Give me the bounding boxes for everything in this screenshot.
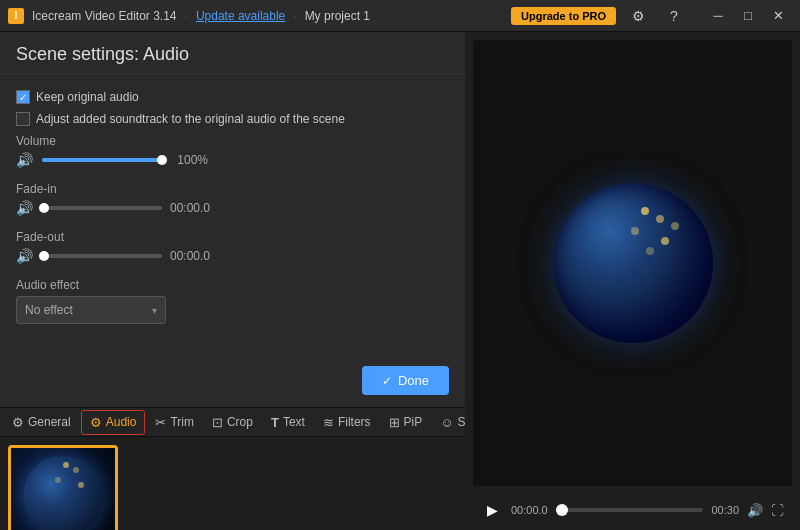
- fullscreen-button[interactable]: ⛶: [771, 503, 784, 518]
- settings-content: ✓ Keep original audio Adjust added sound…: [0, 74, 465, 354]
- fade-in-label: Fade-in: [16, 182, 449, 196]
- volume-thumb: [157, 155, 167, 165]
- volume-value: 100%: [170, 153, 208, 167]
- right-panel: ▶ 00:00.0 00:30 🔊 ⛶: [465, 32, 800, 530]
- fade-in-slider-row: 🔊 00:00.0: [16, 200, 449, 216]
- audio-effect-dropdown[interactable]: No effect ▾: [16, 296, 166, 324]
- keep-original-audio-label: Keep original audio: [36, 90, 139, 104]
- project-name: My project 1: [305, 9, 370, 23]
- toolbar-trim[interactable]: ✂ Trim: [147, 411, 202, 434]
- volume-slider-row: 🔊 100%: [16, 152, 449, 168]
- audio-icon: ⚙: [90, 415, 102, 430]
- trim-icon: ✂: [155, 415, 166, 430]
- toolbar-pip[interactable]: ⊞ PiP: [381, 411, 431, 434]
- progress-thumb: [556, 504, 568, 516]
- minimize-button[interactable]: ─: [704, 5, 732, 27]
- fade-in-fill: [42, 206, 44, 210]
- audio-effect-label: Audio effect: [16, 278, 449, 292]
- fade-out-setting: Fade-out 🔊 00:00.0: [16, 230, 449, 264]
- update-link[interactable]: Update available: [196, 9, 285, 23]
- timeline: 00:30 Drag & drop audio here: [0, 437, 465, 530]
- adjust-soundtrack-row: Adjust added soundtrack to the original …: [16, 112, 449, 126]
- current-time: 00:00.0: [511, 504, 548, 516]
- check-icon: ✓: [19, 92, 27, 103]
- toolbar-text[interactable]: T Text: [263, 411, 313, 434]
- earth-visual: [23, 456, 103, 530]
- done-area: ✓ Done: [0, 354, 465, 407]
- clip-thumbnail: 00:30: [11, 448, 115, 530]
- video-preview: [473, 40, 792, 486]
- maximize-button[interactable]: □: [734, 5, 762, 27]
- adjust-soundtrack-checkbox[interactable]: [16, 112, 30, 126]
- crop-label: Crop: [227, 415, 253, 429]
- fade-out-icon: 🔊: [16, 248, 34, 264]
- audio-effect-setting: Audio effect No effect ▾: [16, 278, 449, 324]
- filters-label: Filters: [338, 415, 371, 429]
- scene-settings-header: Scene settings: Audio: [0, 32, 465, 74]
- audio-effect-value: No effect: [25, 303, 73, 317]
- volume-setting: Volume 🔊 100%: [16, 134, 449, 168]
- fade-out-label: Fade-out: [16, 230, 449, 244]
- toolbar-crop[interactable]: ⊡ Crop: [204, 411, 261, 434]
- text-label: Text: [283, 415, 305, 429]
- volume-control-icon[interactable]: 🔊: [747, 503, 763, 518]
- pip-label: PiP: [404, 415, 423, 429]
- titlebar: I Icecream Video Editor 3.14 · Update av…: [0, 0, 800, 32]
- toolbar-audio[interactable]: ⚙ Audio: [81, 410, 146, 435]
- crop-icon: ⊡: [212, 415, 223, 430]
- dropdown-arrow-icon: ▾: [152, 305, 157, 316]
- left-panel: Scene settings: Audio ✓ Keep original au…: [0, 32, 465, 530]
- adjust-soundtrack-label: Adjust added soundtrack to the original …: [36, 112, 345, 126]
- done-label: Done: [398, 373, 429, 388]
- app-name: Icecream Video Editor 3.14: [32, 9, 177, 23]
- volume-label: Volume: [16, 134, 449, 148]
- pip-icon: ⊞: [389, 415, 400, 430]
- app-icon: I: [8, 8, 24, 24]
- volume-fill: [42, 158, 162, 162]
- progress-bar[interactable]: [556, 508, 704, 512]
- fade-out-fill: [42, 254, 44, 258]
- general-label: General: [28, 415, 71, 429]
- done-button[interactable]: ✓ Done: [362, 366, 449, 395]
- fade-out-value: 00:00.0: [170, 249, 210, 263]
- keep-original-audio-checkbox[interactable]: ✓: [16, 90, 30, 104]
- scene-settings-title: Scene settings: Audio: [16, 44, 189, 64]
- trim-label: Trim: [170, 415, 194, 429]
- timeline-clip[interactable]: 00:30: [8, 445, 118, 530]
- play-button[interactable]: ▶: [481, 499, 503, 521]
- video-controls: ▶ 00:00.0 00:30 🔊 ⛶: [473, 494, 792, 526]
- window-controls: ─ □ ✕: [704, 5, 792, 27]
- general-icon: ⚙: [12, 415, 24, 430]
- fade-in-setting: Fade-in 🔊 00:00.0: [16, 182, 449, 216]
- settings-icon[interactable]: ⚙: [624, 5, 652, 27]
- total-time: 00:30: [711, 504, 739, 516]
- main-area: Scene settings: Audio ✓ Keep original au…: [0, 32, 800, 530]
- fade-in-value: 00:00.0: [170, 201, 210, 215]
- separator: ·: [185, 9, 188, 23]
- help-icon[interactable]: ?: [660, 5, 688, 27]
- audio-label: Audio: [106, 415, 137, 429]
- volume-icon: 🔊: [16, 152, 34, 168]
- fade-in-thumb: [39, 203, 49, 213]
- fade-out-thumb: [39, 251, 49, 261]
- close-button[interactable]: ✕: [764, 5, 792, 27]
- audio-effect-dropdown-row: No effect ▾: [16, 296, 449, 324]
- stickers-icon: ☺: [440, 415, 453, 430]
- toolbar-filters[interactable]: ≋ Filters: [315, 411, 379, 434]
- upgrade-button[interactable]: Upgrade to PRO: [511, 7, 616, 25]
- separator2: ·: [293, 9, 296, 23]
- fade-in-icon: 🔊: [16, 200, 34, 216]
- fade-out-slider-row: 🔊 00:00.0: [16, 248, 449, 264]
- fade-out-slider[interactable]: [42, 254, 162, 258]
- filters-icon: ≋: [323, 415, 334, 430]
- toolbar-general[interactable]: ⚙ General: [4, 411, 79, 434]
- volume-slider[interactable]: [42, 158, 162, 162]
- toolbar: ⚙ General ⚙ Audio ✂ Trim ⊡ Crop T Text ≋…: [0, 407, 465, 437]
- done-check-icon: ✓: [382, 374, 392, 388]
- keep-original-audio-row: ✓ Keep original audio: [16, 90, 449, 104]
- fade-in-slider[interactable]: [42, 206, 162, 210]
- preview-earth-visual: [553, 183, 713, 343]
- text-icon: T: [271, 415, 279, 430]
